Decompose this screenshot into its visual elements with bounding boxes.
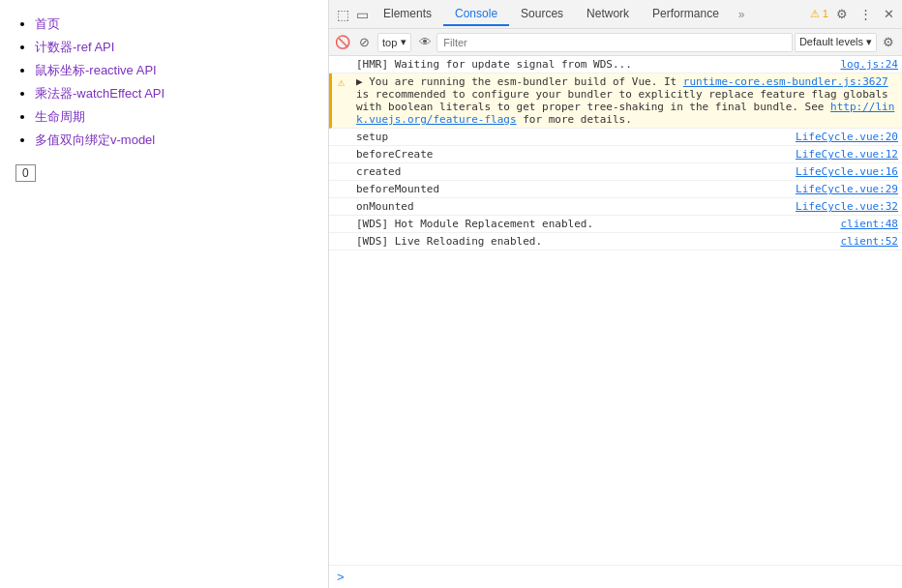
log-source-link[interactable]: LifeCycle.vue:32 (796, 200, 898, 213)
more-tabs-button[interactable]: » (731, 4, 753, 25)
tab-bar-right: ⚠ 1 ⚙ ⋮ ✕ (810, 5, 898, 24)
context-dropdown-icon: ▾ (401, 36, 406, 48)
log-source-link[interactable]: LifeCycle.vue:12 (796, 148, 898, 161)
log-text: beforeCreate (356, 148, 788, 161)
tab-elements[interactable]: Elements (372, 3, 443, 26)
prompt-arrow-icon: > (337, 570, 345, 584)
left-nav-panel: 首页计数器-ref API鼠标坐标-reactive API乘法器-watchE… (0, 0, 329, 588)
nav-list: 首页计数器-ref API鼠标坐标-reactive API乘法器-watchE… (15, 15, 313, 149)
nav-link[interactable]: 乘法器-watchEffect API (35, 86, 165, 101)
log-source-link[interactable]: client:48 (840, 218, 898, 230)
nav-list-item: 鼠标坐标-reactive API (35, 62, 313, 79)
log-entry: beforeMountedLifeCycle.vue:29 (329, 181, 902, 198)
tab-sources[interactable]: Sources (509, 3, 575, 26)
context-selector[interactable]: top ▾ (377, 33, 411, 52)
clear-console-button[interactable]: 🚫 (333, 33, 352, 52)
nav-link[interactable]: 计数器-ref API (35, 40, 114, 54)
log-text: [WDS] Live Reloading enabled. (356, 235, 832, 248)
counter-badge: 0 (15, 164, 36, 182)
console-clear-icon[interactable]: ⊘ (354, 33, 374, 52)
eye-icon[interactable]: 👁 (415, 33, 435, 52)
console-toolbar: 🚫 ⊘ top ▾ 👁 Default levels ▾ ⚙ (329, 29, 902, 56)
context-label: top (382, 37, 397, 48)
log-levels-selector[interactable]: Default levels ▾ (795, 33, 877, 52)
nav-link[interactable]: 鼠标坐标-reactive API (35, 63, 157, 77)
log-text: beforeMounted (356, 183, 788, 195)
log-entry: ⚠▶ You are running the esm-bundler build… (329, 74, 902, 129)
log-text: setup (356, 131, 788, 143)
devtools-tab-bar: ⬚ ▭ ElementsConsoleSourcesNetworkPerform… (329, 0, 902, 29)
warning-badge: ⚠ 1 (810, 8, 828, 20)
inspect-element-icon[interactable]: ⬚ (333, 5, 352, 24)
nav-list-item: 多值双向绑定v-model (35, 132, 313, 149)
devtools-close-icon[interactable]: ✕ (879, 5, 898, 24)
log-entry: [WDS] Live Reloading enabled.client:52 (329, 233, 902, 250)
log-text: created (356, 165, 788, 178)
log-text: [WDS] Hot Module Replacement enabled. (356, 218, 832, 230)
nav-list-item: 生命周期 (35, 108, 313, 126)
log-entry: [HMR] Waiting for update signal from WDS… (329, 56, 902, 74)
log-entry: createdLifeCycle.vue:16 (329, 163, 902, 181)
levels-label: Default levels ▾ (799, 36, 872, 48)
tab-console[interactable]: Console (443, 3, 509, 26)
tab-performance[interactable]: Performance (641, 3, 731, 26)
log-entry: setupLifeCycle.vue:20 (329, 129, 902, 146)
log-link[interactable]: http://link.vuejs.org/feature-flags (356, 101, 894, 126)
warning-icon: ⚠ (338, 75, 345, 89)
devtools-more-icon[interactable]: ⋮ (856, 5, 875, 24)
tab-network[interactable]: Network (575, 3, 641, 26)
devtools-tabs: ElementsConsoleSourcesNetworkPerformance (372, 3, 731, 26)
nav-list-item: 乘法器-watchEffect API (35, 85, 313, 103)
nav-link[interactable]: 多值双向绑定v-model (35, 132, 155, 147)
filter-input[interactable] (436, 33, 793, 52)
nav-link[interactable]: 首页 (35, 16, 60, 31)
log-source-link[interactable]: LifeCycle.vue:29 (796, 183, 898, 195)
log-entry: onMountedLifeCycle.vue:32 (329, 198, 902, 216)
log-entry: [WDS] Hot Module Replacement enabled.cli… (329, 216, 902, 233)
log-link[interactable]: runtime-core.esm-bundler.js:3627 (683, 75, 888, 88)
console-log-area: [HMR] Waiting for update signal from WDS… (329, 56, 902, 565)
log-source-link[interactable]: client:52 (840, 235, 898, 248)
devtools-panel: ⬚ ▭ ElementsConsoleSourcesNetworkPerform… (329, 0, 902, 588)
devtools-settings-icon[interactable]: ⚙ (832, 5, 852, 24)
nav-list-item: 首页 (35, 15, 313, 33)
log-source-link[interactable]: log.js:24 (840, 58, 898, 71)
nav-link[interactable]: 生命周期 (35, 109, 85, 124)
log-source-link[interactable]: LifeCycle.vue:16 (796, 165, 898, 178)
log-text: [HMR] Waiting for update signal from WDS… (356, 58, 832, 71)
console-settings-icon[interactable]: ⚙ (879, 33, 898, 52)
log-text: ▶ You are running the esm-bundler build … (356, 75, 898, 126)
device-toggle-icon[interactable]: ▭ (352, 5, 372, 24)
nav-list-item: 计数器-ref API (35, 39, 313, 56)
log-source-link[interactable]: LifeCycle.vue:20 (796, 131, 898, 143)
log-entry: beforeCreateLifeCycle.vue:12 (329, 146, 902, 163)
console-prompt: > (329, 565, 902, 588)
log-text: onMounted (356, 200, 788, 213)
